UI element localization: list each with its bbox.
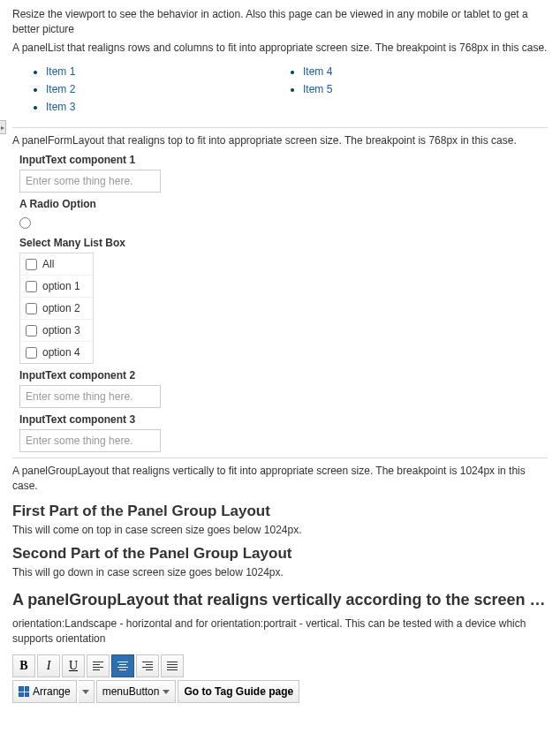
panel-list: Item 1 Item 2 Item 3 Item 4 Item 5	[12, 60, 548, 118]
arrange-button[interactable]: Arrange	[12, 680, 77, 703]
listbox-check[interactable]	[26, 347, 37, 359]
chevron-down-icon	[82, 690, 89, 694]
input1-label: InputText component 1	[19, 154, 548, 166]
panel-group-desc: A panelGroupLayout that realigns vertica…	[12, 464, 548, 494]
align-center-button[interactable]	[111, 654, 134, 677]
panel-list-item[interactable]: Item 2	[46, 83, 75, 95]
input3-label: InputText component 3	[19, 413, 548, 426]
listbox-opt: option 2	[42, 302, 80, 314]
pgl-desc-1: This will come on top in case screen siz…	[12, 524, 548, 536]
go-to-tag-guide-button[interactable]: Go to Tag Guide page	[178, 680, 299, 703]
radio-option[interactable]	[19, 217, 31, 229]
listbox-check[interactable]	[26, 259, 37, 270]
listbox-check[interactable]	[26, 281, 37, 292]
arrange-split[interactable]	[79, 680, 95, 703]
align-left-button[interactable]	[87, 654, 110, 677]
italic-button[interactable]: I	[37, 654, 60, 677]
input2-label: InputText component 2	[19, 369, 548, 382]
select-many-listbox: All option 1 option 2 option 3 option 4	[19, 253, 94, 364]
chevron-down-icon	[163, 690, 170, 694]
pgl-heading-1: First Part of the Panel Group Layout	[12, 503, 548, 520]
divider	[12, 457, 548, 458]
listbox-opt: option 4	[42, 346, 80, 359]
collapse-handle[interactable]: ▸	[0, 120, 6, 134]
panel-list-item[interactable]: Item 3	[46, 101, 75, 113]
rich-toolbar: B I U Arrange menuButton Go to Tag Guide…	[12, 654, 548, 703]
underline-button[interactable]: U	[62, 654, 85, 677]
listbox-opt: option 3	[42, 324, 80, 336]
input2-field[interactable]	[19, 385, 161, 408]
divider	[12, 127, 548, 128]
panel-form-desc: A panelFormLayout that realigns top to f…	[12, 133, 548, 148]
bold-button[interactable]: B	[12, 654, 35, 677]
listbox-opt: option 1	[42, 280, 80, 292]
align-right-button[interactable]	[136, 654, 159, 677]
panel-list-item[interactable]: Item 5	[303, 83, 332, 95]
page-intro: Resize the viewport to see the behavior …	[12, 7, 548, 37]
listbox-label: Select Many List Box	[19, 237, 548, 249]
menu-button-label: menuButton	[102, 685, 160, 698]
panel-list-item[interactable]: Item 1	[46, 65, 75, 78]
listbox-check[interactable]	[26, 325, 37, 336]
listbox-opt: All	[42, 258, 54, 270]
menu-button[interactable]: menuButton	[96, 680, 177, 703]
orientation-desc: orientation:Landscape - horizontal and f…	[12, 616, 548, 646]
grid-icon	[19, 686, 29, 697]
arrange-label: Arrange	[33, 685, 71, 698]
listbox-check[interactable]	[26, 303, 37, 314]
panel-list-desc: A panelList that realigns rows and colum…	[12, 41, 548, 56]
align-justify-button[interactable]	[161, 654, 184, 677]
pgl-heading-2: Second Part of the Panel Group Layout	[12, 545, 548, 563]
input3-field[interactable]	[19, 429, 161, 452]
orientation-title: A panelGroupLayout that realigns vertica…	[12, 591, 548, 609]
input1-field[interactable]	[19, 170, 161, 193]
panel-list-item[interactable]: Item 4	[303, 65, 332, 78]
radio-label: A Radio Option	[19, 198, 548, 210]
pgl-desc-2: This will go down in case screen size go…	[12, 566, 548, 578]
